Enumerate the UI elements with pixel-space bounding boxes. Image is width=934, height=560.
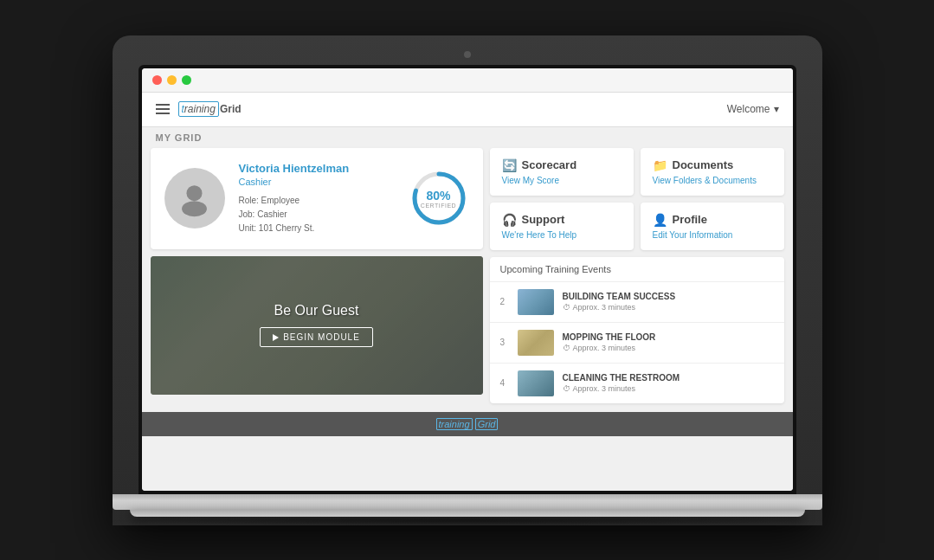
event-duration: ⏱ Approx. 3 minutes [563, 384, 774, 393]
profile-tile[interactable]: 👤 Profile Edit Your Information [641, 203, 784, 250]
scorecard-icon: 🔄 [502, 158, 517, 172]
svg-point-1 [182, 201, 207, 216]
logo-training: training [178, 101, 219, 117]
laptop-screen: training Grid Welcome ▾ MY GRID [142, 68, 793, 491]
laptop-camera [464, 51, 471, 58]
left-column: Victoria Hientzelman Cashier Role: Emplo… [151, 148, 483, 403]
right-column: 🔄 Scorecard View My Score 📁 Documents [490, 148, 784, 403]
profile-unit: Unit: 101 Cherry St. [239, 222, 395, 235]
event-duration-text: Approx. 3 minutes [573, 384, 636, 393]
minimize-button[interactable] [167, 75, 177, 85]
app-container: training Grid Welcome ▾ MY GRID [142, 93, 793, 491]
tiles-row-bottom: 🎧 Support We're Here To Help 👤 Profile [490, 203, 784, 250]
clock-icon: ⏱ [563, 384, 570, 393]
cert-percent: 80% [421, 189, 456, 203]
event-item[interactable]: 3 MOPPING THE FLOOR ⏱ Approx. 3 minutes [490, 323, 784, 364]
section-label: MY GRID [142, 127, 793, 148]
event-item[interactable]: 4 CLEANING THE RESTROOM ⏱ Approx. 3 minu… [490, 364, 784, 403]
tiles-row-top: 🔄 Scorecard View My Score 📁 Documents [490, 148, 784, 196]
support-icon: 🎧 [502, 213, 517, 227]
profile-icon: 👤 [653, 213, 667, 227]
hamburger-menu[interactable] [156, 104, 170, 114]
documents-title: 📁 Documents [653, 158, 772, 172]
support-tile[interactable]: 🎧 Support We're Here To Help [490, 203, 634, 250]
profile-tile-label: Profile [673, 213, 707, 226]
event-duration-text: Approx. 3 minutes [573, 344, 636, 352]
profile-role-title: Cashier [239, 177, 395, 187]
event-info: MOPPING THE FLOOR ⏱ Approx. 3 minutes [563, 332, 774, 352]
scorecard-link[interactable]: View My Score [502, 176, 622, 185]
cert-text: 80% CERTIFIED [421, 189, 456, 209]
event-thumb-mop [518, 330, 554, 356]
profile-card: Victoria Hientzelman Cashier Role: Emplo… [151, 148, 483, 249]
event-title: MOPPING THE FLOOR [563, 332, 774, 342]
laptop-shadow [95, 517, 840, 525]
profile-details: Role: Employee Job: Cashier Unit: 101 Ch… [239, 194, 395, 235]
event-duration-text: Approx. 3 minutes [573, 303, 636, 312]
documents-label: Documents [673, 158, 734, 171]
footer-logo: training Grid [149, 419, 786, 429]
welcome-label: Welcome [727, 103, 770, 115]
event-title: CLEANING THE RESTROOM [563, 373, 774, 383]
event-info: CLEANING THE RESTROOM ⏱ Approx. 3 minute… [563, 373, 774, 393]
events-panel: Upcoming Training Events 2 BUILDING TEAM… [490, 257, 784, 403]
module-title: Be Our Guest [260, 303, 373, 319]
event-thumb-team [518, 289, 554, 315]
event-item[interactable]: 2 BUILDING TEAM SUCCESS ⏱ Approx. 3 minu… [490, 282, 784, 323]
profile-job: Job: Cashier [239, 208, 395, 222]
begin-module-label: BEGIN MODULE [283, 332, 360, 342]
support-link[interactable]: We're Here To Help [502, 230, 622, 240]
traffic-lights [142, 68, 793, 93]
event-duration: ⏱ Approx. 3 minutes [563, 303, 774, 312]
cert-label: CERTIFIED [421, 203, 456, 209]
welcome-menu[interactable]: Welcome ▾ [727, 103, 779, 115]
scorecard-tile[interactable]: 🔄 Scorecard View My Score [490, 148, 634, 196]
profile-tile-title: 👤 Profile [653, 213, 772, 227]
events-header: Upcoming Training Events [490, 257, 784, 282]
nav-left: training Grid [156, 101, 242, 117]
logo-grid: Grid [220, 103, 242, 115]
event-duration: ⏱ Approx. 3 minutes [563, 344, 774, 352]
event-info: BUILDING TEAM SUCCESS ⏱ Approx. 3 minute… [563, 292, 774, 312]
play-icon [273, 334, 279, 341]
event-title: BUILDING TEAM SUCCESS [563, 292, 774, 301]
footer-logo-training: training [436, 418, 473, 430]
svg-point-0 [187, 185, 203, 201]
app-footer: training Grid [142, 412, 793, 436]
scorecard-label: Scorecard [522, 158, 577, 171]
documents-icon: 📁 [653, 158, 667, 172]
certification-circle: 80% CERTIFIED [409, 168, 469, 229]
profile-name: Victoria Hientzelman [239, 162, 395, 175]
maximize-button[interactable] [182, 75, 191, 85]
logo: training Grid [178, 101, 242, 117]
close-button[interactable] [152, 75, 162, 85]
profile-info: Victoria Hientzelman Cashier Role: Emplo… [239, 162, 395, 235]
event-num: 3 [500, 338, 509, 347]
begin-module-button[interactable]: BEGIN MODULE [260, 327, 373, 347]
footer-logo-grid: Grid [475, 418, 499, 430]
module-content: Be Our Guest BEGIN MODULE [260, 303, 373, 347]
avatar [164, 168, 225, 229]
support-label: Support [522, 213, 565, 226]
scorecard-title: 🔄 Scorecard [502, 158, 622, 172]
clock-icon: ⏱ [563, 344, 570, 352]
event-num: 2 [500, 297, 509, 306]
support-title: 🎧 Support [502, 213, 622, 227]
avatar-icon [175, 179, 214, 218]
profile-role: Role: Employee [239, 194, 395, 208]
main-content: Victoria Hientzelman Cashier Role: Emplo… [142, 148, 793, 412]
documents-link[interactable]: View Folders & Documents [653, 176, 772, 185]
nav-bar: training Grid Welcome ▾ [142, 93, 793, 127]
laptop-foot [130, 510, 805, 517]
profile-link[interactable]: Edit Your Information [653, 230, 772, 240]
event-thumb-restroom [518, 370, 554, 396]
event-num: 4 [500, 378, 509, 388]
laptop-frame: training Grid Welcome ▾ MY GRID [113, 35, 822, 525]
laptop-base [113, 494, 822, 510]
documents-tile[interactable]: 📁 Documents View Folders & Documents [641, 148, 784, 196]
chevron-down-icon: ▾ [774, 103, 779, 115]
clock-icon: ⏱ [563, 303, 570, 312]
module-banner[interactable]: Be Our Guest BEGIN MODULE [151, 256, 483, 395]
screen-bezel: training Grid Welcome ▾ MY GRID [138, 65, 796, 494]
